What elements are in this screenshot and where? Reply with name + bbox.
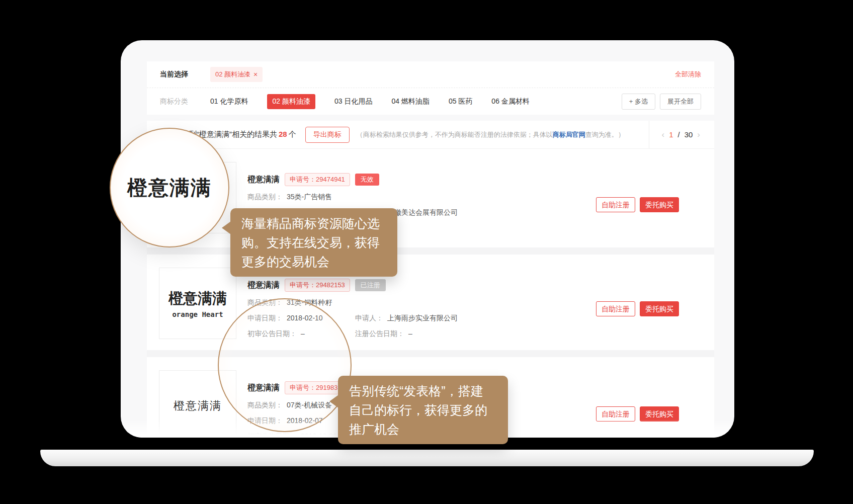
trademark-name[interactable]: 橙意满满 (247, 175, 280, 185)
field-applicant: 申请人： 上海雨步实业有限公司 (355, 314, 458, 323)
category-tab-02-active[interactable]: 02 颜料油漆 (267, 94, 315, 109)
result-count: 28 (279, 130, 287, 138)
field-label: 商品类别： (247, 193, 283, 202)
callout-bubble-promotion: 告别传统“发表格”，搭建 自己的标行，获得更多的 推广机会 (338, 376, 508, 444)
field-label: 初审公告日期： (247, 432, 297, 438)
page-separator: / (677, 130, 679, 139)
trademark-image-box: 橙意满满 orange Heart (159, 268, 236, 339)
current-selection-row: 当前选择 02 颜料油漆 × 全部清除 (147, 61, 714, 88)
status-badge-invalid: 无效 (355, 174, 379, 186)
callout-text-line: 更多的交易机会 (241, 252, 386, 271)
application-number-label: 申请号： (290, 176, 316, 183)
application-number-value: 29474941 (316, 176, 345, 183)
trademark-office-link[interactable]: 商标局官网 (553, 131, 585, 138)
field-register-notice-date: 注册公告日期： – (355, 329, 412, 339)
trademark-title-line: 橙意满满 申请号：29482153 已注册 (247, 279, 596, 292)
field-value: 35类-广告销售 (287, 193, 332, 202)
callout-bubble-marketplace: 海量精品商标资源随心选 购。支持在线交易，获得 更多的交易机会 (230, 208, 397, 277)
laptop-base (40, 450, 814, 466)
self-register-button[interactable]: 自助注册 (596, 197, 635, 212)
callout-text-line: 推广机会 (349, 419, 497, 439)
application-number-label: 申请号： (290, 281, 316, 289)
expand-all-button[interactable]: 展开全部 (660, 94, 701, 110)
prev-page-button[interactable]: ‹ (661, 130, 664, 140)
field-value: – (408, 329, 412, 339)
trademark-image-text: 橙意满满 (174, 398, 222, 413)
row-actions: 自助注册 委托购买 (596, 406, 679, 422)
category-tab-03[interactable]: 03 日化用品 (334, 97, 372, 106)
trademark-image-subtitle: orange Heart (172, 310, 223, 318)
application-number-chip: 申请号：29474941 (285, 173, 350, 186)
category-tab-04[interactable]: 04 燃料油脂 (391, 97, 429, 106)
clear-all-button[interactable]: 全部清除 (675, 70, 701, 79)
self-register-button[interactable]: 自助注册 (596, 406, 635, 422)
field-category: 商品类别： 35类-广告销售 (247, 193, 332, 202)
disclaimer-suffix: 查询为准。） (585, 131, 625, 138)
magnifier-circle-zoomed-trademark: 橙意满满 (110, 128, 229, 247)
trademark-image-text: 橙意满满 (168, 289, 227, 309)
filter-actions: + 多选 展开全部 (622, 94, 701, 110)
application-number-chip: 申请号：29482153 (285, 279, 350, 292)
magnifier-circle-highlight (218, 298, 352, 432)
page-background: { "filter_bar": { "label": "当前选择", "chip… (0, 0, 853, 504)
field-value: 上海雨步实业有限公司 (387, 314, 458, 323)
entrust-buy-button[interactable]: 委托购买 (640, 406, 679, 422)
row-actions: 自助注册 委托购买 (596, 301, 679, 316)
filter-panel: 当前选择 02 颜料油漆 × 全部清除 商标分类 01 化学原料 02 颜料油漆… (147, 61, 714, 115)
field-value: 2018-10-06 (301, 432, 337, 438)
trademark-name[interactable]: 橙意满满 (247, 280, 280, 291)
row-actions: 自助注册 委托购买 (596, 197, 679, 212)
disclaimer-text: （商标检索结果仅供参考，不作为商标能否注册的法律依据；具体以商标局官网查询为准。… (357, 130, 649, 139)
status-badge-registered: 已注册 (355, 279, 386, 291)
category-label: 商标分类 (160, 97, 188, 106)
category-row: 商标分类 01 化学原料 02 颜料油漆 03 日化用品 04 燃料油脂 05 … (147, 88, 714, 115)
current-selection-label: 当前选择 (160, 70, 188, 79)
trademark-title-line: 橙意满满 申请号：29474941 无效 (247, 173, 596, 186)
chip-label: 02 颜料油漆 (215, 70, 250, 79)
callout-text-line: 自己的标行，获得更多的 (349, 400, 497, 419)
results-header: 为您检索到“橙意满满”相关的结果共28个 导出商标 （商标检索结果仅供参考，不作… (147, 121, 714, 149)
export-trademarks-button[interactable]: 导出商标 (305, 127, 350, 143)
field-line: 商品类别： 35类-广告销售 (247, 193, 596, 202)
field-label: 申请人： (355, 314, 383, 323)
total-pages: 30 (685, 130, 693, 139)
entrust-buy-button[interactable]: 委托购买 (640, 301, 679, 316)
current-page: 1 (669, 130, 673, 139)
disclaimer-prefix: （商标检索结果仅供参考，不作为商标能否注册的法律依据；具体以 (357, 131, 553, 138)
category-tab-01[interactable]: 01 化学原料 (210, 97, 248, 106)
field-value: 安徽美达会展有限公司 (387, 208, 458, 217)
self-register-button[interactable]: 自助注册 (596, 301, 635, 316)
entrust-buy-button[interactable]: 委托购买 (640, 197, 679, 212)
next-page-button[interactable]: › (697, 130, 700, 140)
selected-filter-chip[interactable]: 02 颜料油漆 × (210, 67, 263, 82)
category-tab-05[interactable]: 05 医药 (449, 97, 472, 106)
pagination: ‹ 1 / 30 › (649, 121, 714, 148)
magnified-trademark-text: 橙意满满 (127, 174, 212, 202)
callout-text-line: 购。支持在线交易，获得 (241, 233, 386, 252)
category-tab-06[interactable]: 06 金属材料 (491, 97, 529, 106)
callout-text-line: 告别传统“发表格”，搭建 (349, 381, 497, 400)
count-unit: 个 (289, 130, 296, 138)
chip-close-icon[interactable]: × (253, 71, 258, 78)
application-number-value: 29482153 (316, 281, 345, 289)
callout-text-line: 海量精品商标资源随心选 (241, 214, 386, 233)
multi-select-button[interactable]: + 多选 (622, 94, 655, 110)
field-label: 注册公告日期： (355, 329, 404, 339)
